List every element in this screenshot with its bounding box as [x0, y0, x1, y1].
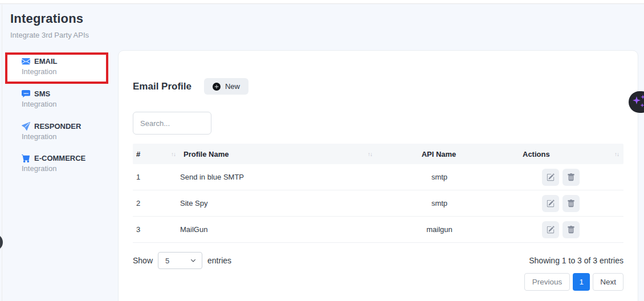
api-name-cell: smtp [377, 173, 502, 181]
page-subtitle: Integrate 3rd Party APIs [10, 31, 89, 39]
sort-icon: ↑↓ [171, 151, 176, 157]
previous-page-button[interactable]: Previous [524, 273, 570, 291]
envelope-icon [22, 57, 30, 66]
row-number: 1 [133, 173, 180, 181]
entries-per-page-select[interactable]: 5 [158, 252, 202, 269]
sms-chat-icon: sms [22, 90, 30, 98]
sidebar-item-email[interactable]: EMAIL Integration [22, 57, 57, 76]
sidebar-item-sublabel: Integration [22, 164, 85, 173]
sidebar-item-sublabel: Integration [22, 100, 56, 108]
edit-icon [547, 226, 555, 234]
sidebar-item-sms[interactable]: sms SMS Integration [22, 90, 56, 108]
sidebar-item-responder[interactable]: RESPONDER Integration [22, 122, 81, 141]
table-header-row: # ↑↓ Profile Name ↑↓ API Name Actions ↑↓ [133, 144, 623, 164]
plus-circle-icon [213, 83, 221, 91]
trash-icon [567, 200, 575, 208]
cart-icon [22, 154, 30, 162]
column-header-number[interactable]: # ↑↓ [133, 150, 180, 158]
row-number: 2 [133, 199, 180, 208]
edit-button[interactable] [542, 169, 559, 186]
table-row: 2 Site Spy smtp [133, 190, 623, 217]
row-number: 3 [133, 225, 180, 234]
sidebar-item-label: EMAIL [34, 57, 57, 66]
sidebar-item-sublabel: Integration [22, 67, 57, 76]
new-button[interactable]: New [204, 78, 248, 95]
sparkles-icon [631, 93, 644, 111]
chevron-down-icon [190, 258, 196, 263]
profile-name-cell: Send in blue SMTP [180, 173, 377, 181]
search-input[interactable] [133, 112, 211, 135]
show-label: Show [133, 256, 153, 265]
page-title: Integrations [10, 11, 89, 26]
edit-icon [547, 200, 555, 208]
pagination: Previous 1 Next [133, 273, 623, 291]
table-row: 3 MailGun mailgun [133, 217, 623, 243]
profile-name-cell: MailGun [180, 225, 377, 234]
new-button-label: New [225, 82, 240, 91]
edit-icon [547, 173, 555, 181]
sort-icon: ↑↓ [368, 151, 372, 157]
table-row: 1 Send in blue SMTP smtp [133, 164, 623, 190]
entries-label: entries [207, 256, 231, 265]
trash-icon [567, 226, 575, 234]
sidebar-item-sublabel: Integration [22, 132, 81, 141]
next-page-button[interactable]: Next [593, 273, 623, 291]
column-header-profile-name[interactable]: Profile Name ↑↓ [180, 150, 377, 158]
integrations-page: Integrations Integrate 3rd Party APIs EM… [0, 0, 644, 301]
page-header: Integrations Integrate 3rd Party APIs [10, 11, 89, 39]
sidebar-item-ecommerce[interactable]: E-COMMERCE Integration [22, 154, 85, 173]
sidebar-item-label: SMS [34, 90, 50, 98]
delete-button[interactable] [563, 169, 580, 186]
edit-button[interactable] [542, 221, 559, 238]
delete-button[interactable] [563, 195, 580, 212]
trash-icon [567, 173, 575, 181]
edit-button[interactable] [542, 195, 559, 212]
page-1-button[interactable]: 1 [573, 273, 590, 291]
profile-name-cell: Site Spy [180, 199, 377, 208]
top-border-strip [0, 0, 644, 4]
sidebar-item-label: RESPONDER [34, 122, 81, 131]
left-border-line [2, 5, 2, 301]
section-title: Email Profile [133, 81, 191, 92]
api-name-cell: smtp [377, 199, 502, 208]
sidebar-item-label: E-COMMERCE [34, 154, 85, 162]
ai-assistant-button[interactable] [629, 91, 644, 113]
column-header-actions[interactable]: Actions ↑↓ [502, 150, 623, 158]
table-summary: Showing 1 to 3 of 3 entries [529, 256, 623, 265]
column-header-api-name[interactable]: API Name [377, 150, 502, 158]
api-name-cell: mailgun [377, 225, 502, 234]
paper-plane-icon [22, 122, 30, 131]
email-profiles-table: # ↑↓ Profile Name ↑↓ API Name Actions ↑↓… [133, 144, 623, 243]
svg-text:sms: sms [23, 92, 28, 95]
email-profile-card: Email Profile New # ↑↓ Profile Name ↑↓ [118, 50, 638, 301]
delete-button[interactable] [563, 221, 580, 238]
sort-icon: ↑↓ [614, 151, 619, 157]
entries-per-page-value: 5 [165, 257, 169, 265]
